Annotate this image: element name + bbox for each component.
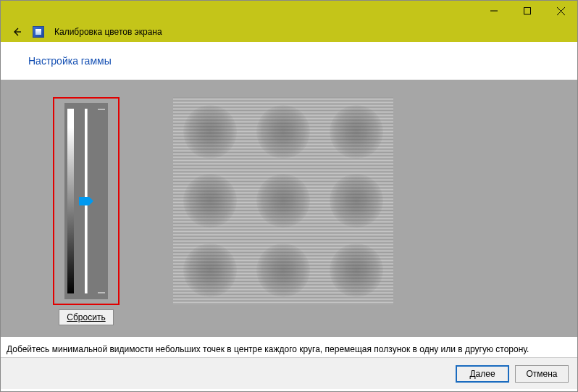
back-button[interactable] xyxy=(11,26,22,38)
page-title: Настройка гаммы xyxy=(28,55,577,67)
app-icon xyxy=(33,26,44,38)
window-title: Калибровка цветов экрана xyxy=(54,27,162,37)
titlebar: Калибровка цветов экрана xyxy=(1,1,577,42)
titlebar-nav: Калибровка цветов экрана xyxy=(1,21,577,42)
minimize-button[interactable] xyxy=(477,1,511,21)
heading-area: Настройка гаммы xyxy=(1,42,577,80)
gamma-dot xyxy=(256,243,310,297)
window-controls xyxy=(1,1,577,21)
gamma-dot xyxy=(183,105,237,159)
gamma-dot xyxy=(256,174,310,228)
slider-tick-top xyxy=(98,109,105,110)
content-area: Сбросить xyxy=(1,80,577,337)
footer-bar: Далее Отмена xyxy=(1,357,577,389)
close-button[interactable] xyxy=(544,1,577,21)
gamma-dot xyxy=(330,105,383,159)
gamma-slider-frame xyxy=(53,97,120,305)
gamma-dot xyxy=(330,174,383,228)
instruction-text: Добейтесь минимальной видимости небольши… xyxy=(1,337,577,357)
gamma-dot xyxy=(330,243,383,297)
svg-rect-1 xyxy=(524,8,531,14)
gamma-slider[interactable] xyxy=(64,103,108,299)
maximize-button[interactable] xyxy=(511,1,544,21)
reset-button[interactable]: Сбросить xyxy=(59,309,113,325)
next-button[interactable]: Далее xyxy=(456,365,509,383)
gamma-test-pattern xyxy=(173,97,393,305)
gamma-slider-column: Сбросить xyxy=(53,97,120,325)
gamma-dot xyxy=(183,174,237,228)
cancel-button[interactable]: Отмена xyxy=(515,365,569,383)
gradient-strip xyxy=(67,109,74,293)
gamma-dot xyxy=(183,243,237,297)
gamma-dot xyxy=(256,105,310,159)
slider-thumb[interactable] xyxy=(79,197,93,206)
slider-tick-bottom xyxy=(98,292,105,293)
